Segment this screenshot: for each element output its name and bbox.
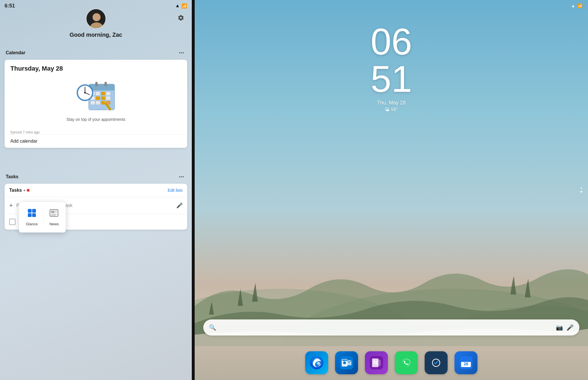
glance-grid-icon <box>27 208 36 218</box>
glance-icon <box>27 208 36 220</box>
clock-date: Thu, May 28 <box>371 100 412 106</box>
tasks-dot <box>27 189 30 192</box>
svg-rect-52 <box>377 360 381 366</box>
calendar-section: Calendar Thursday, May 28 <box>5 48 187 148</box>
svg-rect-29 <box>28 209 32 213</box>
mic-search-icon[interactable]: 🎤 <box>566 324 574 331</box>
add-calendar-button[interactable]: Add calendar <box>5 134 187 148</box>
right-status-bar: ▲ 📶 <box>195 0 588 11</box>
avatar-image <box>86 9 106 29</box>
news-icon <box>49 208 59 220</box>
tasks-section-title: Tasks <box>6 174 18 179</box>
svg-rect-62 <box>463 358 465 360</box>
svg-rect-34 <box>51 211 55 213</box>
synced-info: Synced 7 mins ago <box>5 128 187 134</box>
popup-news-label: News <box>49 222 59 226</box>
whatsapp-icon <box>400 356 413 369</box>
status-icons: ▲ 📶 <box>175 3 187 9</box>
search-bar-container: 🔍 📷 🎤 <box>203 319 579 336</box>
svg-rect-31 <box>28 213 32 217</box>
task-checkbox[interactable] <box>9 219 16 225</box>
calendar-tagline: Stay on top of your appointments <box>10 117 181 122</box>
page-dot-1 <box>581 187 582 189</box>
tdot3 <box>183 176 184 177</box>
clock-hour: 06 <box>371 23 412 60</box>
svg-rect-19 <box>101 101 105 104</box>
mic-icon[interactable]: 🎤 <box>176 202 183 209</box>
svg-rect-11 <box>101 92 105 95</box>
outlook-icon <box>340 356 353 369</box>
clock-widget: 06 51 Thu, May 28 🌤 58° <box>371 23 412 112</box>
tasks-section-header: Tasks <box>5 172 187 181</box>
tasks-section: Tasks Tasks ▾ Edit lists + Press enter t… <box>5 172 187 230</box>
popup-menu: Glance <box>19 202 66 232</box>
popup-news-item[interactable]: News <box>44 205 65 229</box>
clock-minute: 51 <box>371 60 412 98</box>
tdot2 <box>181 176 182 177</box>
svg-rect-12 <box>106 92 110 95</box>
dock-app-whatsapp[interactable] <box>395 351 418 374</box>
tasks-more-button[interactable] <box>177 172 186 181</box>
svg-point-42 <box>310 356 323 369</box>
svg-point-46 <box>343 361 346 364</box>
svg-rect-63 <box>467 358 469 360</box>
svg-rect-45 <box>342 360 347 361</box>
dot3 <box>183 52 184 53</box>
avatar[interactable] <box>86 9 106 29</box>
calendar-more-button[interactable] <box>177 48 186 57</box>
tasks-card: Tasks ▾ Edit lists + Press enter to crea… <box>5 184 187 230</box>
calendar-card-inner: Thursday, May 28 <box>5 60 187 128</box>
right-panel: ▲ 📶 06 51 Thu, May 28 🌤 58° <box>195 0 588 380</box>
svg-rect-18 <box>96 101 100 104</box>
svg-rect-16 <box>106 96 110 100</box>
svg-rect-15 <box>101 96 105 100</box>
right-signal-icon: 📶 <box>577 3 582 8</box>
settings-button[interactable] <box>176 13 186 23</box>
task-item-row: Pick up gr Glance <box>5 214 187 230</box>
calendar-section-title: Calendar <box>6 50 25 55</box>
calendar-clock-illustration <box>73 77 119 114</box>
dock-app-outlook[interactable] <box>335 351 358 374</box>
greeting-text: Good morning, Zac <box>69 32 122 38</box>
dock-app-edge[interactable] <box>305 351 328 374</box>
svg-text:28: 28 <box>464 362 468 366</box>
svg-text:N: N <box>374 360 377 365</box>
dock: N 28 <box>203 351 579 374</box>
dock-app-todo[interactable] <box>425 351 448 374</box>
tasks-dropdown-arrow[interactable]: ▾ <box>24 189 25 192</box>
calendar-date: Thursday, May 28 <box>10 65 181 72</box>
calendar-illustration <box>10 77 181 114</box>
dot2 <box>181 52 182 53</box>
plus-icon: + <box>9 202 13 209</box>
right-status-icons: ▲ 📶 <box>571 3 582 8</box>
calendar-section-header: Calendar <box>5 48 187 57</box>
gear-icon <box>177 14 184 21</box>
dot1 <box>179 52 180 53</box>
edit-lists-button[interactable]: Edit lists <box>168 188 183 193</box>
page-dot-2 <box>581 191 582 193</box>
dock-app-onenote[interactable]: N <box>365 351 388 374</box>
svg-point-3 <box>93 13 100 21</box>
tasks-list-label: Tasks ▾ <box>9 188 30 193</box>
tdot1 <box>179 176 180 177</box>
wifi-icon: ▲ <box>175 3 180 8</box>
onenote-icon: N <box>370 356 383 369</box>
tasks-header-row: Tasks ▾ Edit lists <box>5 184 187 197</box>
svg-rect-7 <box>95 82 98 86</box>
search-bar[interactable]: 🔍 📷 🎤 <box>203 319 579 336</box>
popup-glance-label: Glance <box>26 222 38 226</box>
search-icon: 🔍 <box>209 324 216 331</box>
calendar-28-icon: 28 <box>459 356 473 369</box>
svg-rect-32 <box>32 213 36 217</box>
center-divider <box>192 0 195 380</box>
pagination-dots <box>581 187 582 193</box>
svg-rect-30 <box>32 209 36 213</box>
popup-glance-item[interactable]: Glance <box>20 205 43 229</box>
right-wifi-icon: ▲ <box>571 3 575 8</box>
weather-icon: 🌤 <box>385 107 389 112</box>
edge-icon <box>310 356 323 369</box>
dock-app-calendar[interactable]: 28 <box>454 351 477 374</box>
status-time: 6:51 <box>5 3 15 9</box>
signal-icon: 📶 <box>181 3 187 9</box>
camera-icon[interactable]: 📷 <box>556 324 563 331</box>
